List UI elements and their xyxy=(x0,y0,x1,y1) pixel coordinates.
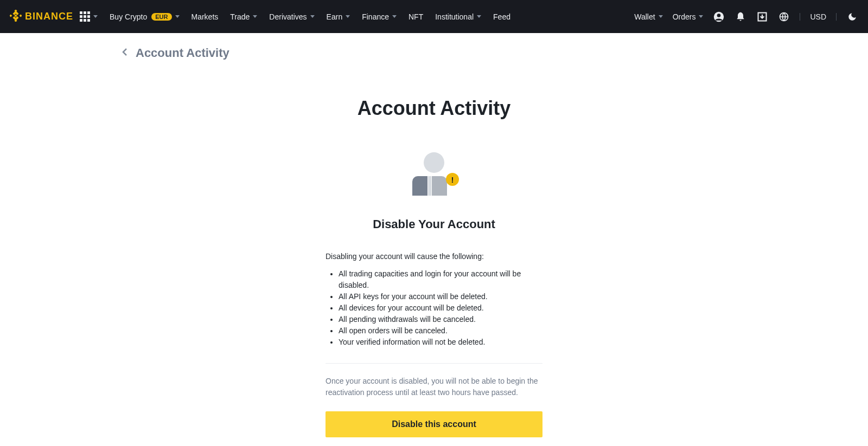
divider xyxy=(836,13,837,21)
chevron-down-icon xyxy=(699,15,703,18)
chevron-down-icon xyxy=(392,15,397,18)
currency-badge: EUR xyxy=(151,13,171,21)
nav-wallet[interactable]: Wallet xyxy=(634,12,662,21)
nav-nft[interactable]: NFT xyxy=(409,12,423,21)
nav-label: Finance xyxy=(362,12,389,21)
nav-feed[interactable]: Feed xyxy=(493,12,510,21)
breadcrumb: Account Activity xyxy=(122,33,746,64)
list-item: All pending withdrawals will be canceled… xyxy=(339,314,542,325)
language-icon[interactable] xyxy=(778,11,790,23)
nav-label: Wallet xyxy=(634,12,655,21)
nav-label: Orders xyxy=(673,12,696,21)
binance-logo-icon xyxy=(10,10,22,23)
nav-label: Markets xyxy=(192,12,219,21)
chevron-left-icon xyxy=(122,48,128,56)
page-title: Account Activity xyxy=(271,97,597,120)
nav-label: NFT xyxy=(409,12,423,21)
consequence-list: All trading capacities and login for you… xyxy=(326,268,542,348)
reactivation-note: Once your account is disabled, you will … xyxy=(326,376,542,398)
section-title: Disable Your Account xyxy=(326,217,542,231)
download-icon[interactable] xyxy=(756,11,768,23)
disable-account-button[interactable]: Disable this account xyxy=(326,411,542,437)
nav-label: Feed xyxy=(493,12,510,21)
brand-text: BINANCE xyxy=(25,11,73,22)
chevron-down-icon xyxy=(659,15,663,18)
divider xyxy=(800,13,800,21)
chevron-down-icon xyxy=(310,15,315,18)
back-button[interactable] xyxy=(122,48,128,59)
list-item: All devices for your account will be del… xyxy=(339,302,542,314)
divider xyxy=(326,363,542,364)
svg-rect-4 xyxy=(14,14,17,17)
notifications-icon[interactable] xyxy=(735,11,746,23)
nav-buy-crypto[interactable]: Buy Crypto EUR xyxy=(110,12,179,21)
intro-text: Disabling your account will cause the fo… xyxy=(326,252,542,261)
chevron-down-icon xyxy=(175,15,180,18)
nav-orders[interactable]: Orders xyxy=(673,12,704,21)
brand-logo[interactable]: BINANCE xyxy=(10,10,73,23)
chevron-down-icon xyxy=(253,15,257,18)
chevron-down-icon xyxy=(93,15,98,18)
currency-label: USD xyxy=(810,12,826,21)
account-warning-illustration: ! xyxy=(412,152,456,196)
nav-derivatives[interactable]: Derivatives xyxy=(269,12,314,21)
list-item: All trading capacities and login for you… xyxy=(339,268,542,291)
currency-selector[interactable]: USD xyxy=(810,12,826,21)
chevron-down-icon xyxy=(477,15,481,18)
nav-label: Derivatives xyxy=(269,12,307,21)
nav-markets[interactable]: Markets xyxy=(192,12,219,21)
grid-icon xyxy=(80,11,90,22)
breadcrumb-title: Account Activity xyxy=(136,46,229,60)
nav-label: Buy Crypto xyxy=(110,12,147,21)
svg-rect-2 xyxy=(10,14,12,17)
nav-trade[interactable]: Trade xyxy=(230,12,257,21)
theme-toggle-icon[interactable] xyxy=(846,11,858,23)
chevron-down-icon xyxy=(346,15,350,18)
list-item: Your verified information will not be de… xyxy=(339,337,542,348)
nav-institutional[interactable]: Institutional xyxy=(435,12,481,21)
svg-point-6 xyxy=(717,14,721,17)
apps-menu[interactable] xyxy=(80,11,98,22)
list-item: All open orders will be canceled. xyxy=(339,325,542,337)
nav-earn[interactable]: Earn xyxy=(327,12,350,21)
nav-label: Institutional xyxy=(435,12,474,21)
nav-label: Trade xyxy=(230,12,250,21)
top-navbar: BINANCE Buy Crypto EUR Markets Trade Der… xyxy=(0,0,868,33)
account-icon[interactable] xyxy=(713,11,725,23)
nav-label: Earn xyxy=(327,12,343,21)
list-item: All API keys for your account will be de… xyxy=(339,291,542,302)
warning-badge-icon: ! xyxy=(446,173,459,186)
svg-rect-3 xyxy=(20,14,22,17)
nav-finance[interactable]: Finance xyxy=(362,12,397,21)
